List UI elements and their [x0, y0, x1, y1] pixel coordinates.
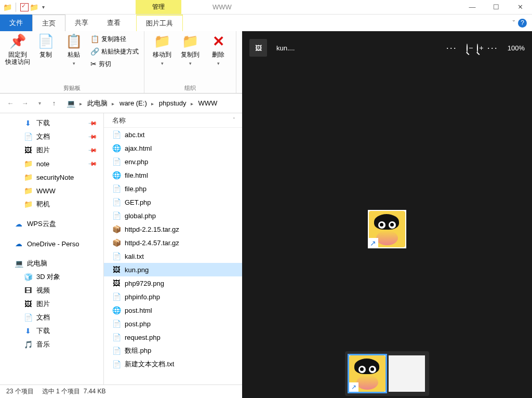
nav-note[interactable]: note📌 — [0, 157, 103, 170]
cube-icon — [24, 273, 32, 281]
zoom-level: 100% — [508, 44, 525, 52]
file-type-icon — [112, 144, 121, 152]
zoom-in-button[interactable] — [477, 44, 478, 52]
file-name: httpd-2.2.15.tar.gz — [125, 225, 179, 233]
file-row[interactable]: phpinfo.php — [104, 290, 242, 303]
tab-view[interactable]: 查看 — [98, 15, 130, 31]
file-row[interactable]: env.php — [104, 155, 242, 168]
file-row[interactable]: httpd-2.4.57.tar.gz — [104, 236, 242, 249]
nav-pictures2[interactable]: 图片 — [0, 297, 103, 311]
qat-folder-icon[interactable] — [30, 3, 38, 11]
file-row[interactable]: request.php — [104, 330, 242, 344]
nav-pictures[interactable]: 图片📌 — [0, 143, 103, 157]
nav-music[interactable]: 音乐 — [0, 338, 103, 351]
file-name: file.php — [125, 185, 147, 193]
sort-caret-icon: ˆ — [233, 117, 235, 123]
file-row[interactable]: php9729.png — [104, 276, 242, 290]
file-row[interactable]: global.php — [104, 209, 242, 222]
viewer-more-icon[interactable] — [446, 43, 457, 54]
file-row[interactable]: abc.txt — [104, 128, 242, 141]
viewer-canvas[interactable] — [242, 64, 532, 398]
nav-security-note[interactable]: securityNote — [0, 170, 103, 184]
qat-check-icon[interactable] — [20, 3, 29, 11]
file-list[interactable]: 名称ˆ abc.txtajax.htmlenv.phpfile.htmlfile… — [104, 113, 242, 384]
file-name: file.html — [125, 171, 148, 179]
copy-to-button[interactable]: 复制到 — [178, 33, 203, 64]
delete-button[interactable]: 删除 — [206, 33, 231, 64]
file-name: env.php — [125, 158, 148, 166]
nav-downloads[interactable]: 下载📌 — [0, 116, 103, 130]
column-header-name[interactable]: 名称ˆ — [104, 113, 242, 128]
photo-icon — [255, 44, 262, 52]
pin-quick-access-button[interactable]: 固定到 快速访问 — [5, 33, 30, 70]
paste-button[interactable]: 粘贴 — [61, 33, 86, 70]
breadcrumb[interactable]: 此电脑 ware (E:) phpstudy WWW — [64, 98, 219, 109]
file-row[interactable]: file.php — [104, 182, 242, 195]
file-row[interactable]: GET.php — [104, 195, 242, 209]
nav-documents[interactable]: 文档📌 — [0, 130, 103, 143]
folder-icon — [182, 33, 198, 50]
paste-shortcut-button[interactable]: 粘贴快捷方式 — [90, 46, 139, 57]
cloud-icon — [15, 220, 23, 228]
nav-downloads2[interactable]: 下载 — [0, 324, 103, 338]
folder-arrow-icon — [154, 33, 170, 50]
cut-button[interactable]: 剪切 — [90, 58, 139, 70]
nav-onedrive[interactable]: OneDrive - Perso — [0, 237, 103, 250]
nav-wps[interactable]: WPS云盘 — [0, 217, 103, 231]
viewer-maximize-button[interactable]: ☐ — [505, 3, 529, 18]
file-row[interactable]: file.html — [104, 168, 242, 182]
file-row[interactable]: ajax.html — [104, 141, 242, 155]
nav-3d-objects[interactable]: 3D 对象 — [0, 270, 103, 284]
help-icon[interactable]: ? — [518, 19, 527, 28]
copy-button[interactable]: 复制 — [33, 33, 58, 70]
music-icon — [24, 340, 32, 349]
copy-icon — [37, 33, 54, 50]
filmstrip-thumb[interactable] — [349, 355, 385, 392]
back-button[interactable]: ← — [3, 96, 18, 111]
file-row[interactable]: kali.txt — [104, 249, 242, 263]
viewer-gallery-button[interactable] — [249, 39, 267, 57]
recent-dropdown[interactable]: ▾ — [32, 96, 47, 111]
file-name: 新建文本文档.txt — [125, 360, 174, 369]
zoom-out-button[interactable] — [467, 44, 468, 52]
file-row[interactable]: post.php — [104, 317, 242, 330]
move-to-button[interactable]: 移动到 — [150, 33, 175, 64]
file-name: post.php — [125, 320, 151, 328]
file-row[interactable]: 新建文本文档.txt — [104, 357, 242, 371]
file-name: post.html — [125, 307, 152, 314]
file-row[interactable]: 数组.php — [104, 344, 242, 357]
file-row[interactable]: httpd-2.2.15.tar.gz — [104, 222, 242, 236]
file-name: ajax.html — [125, 144, 152, 152]
clipboard-icon — [90, 35, 99, 43]
nav-documents2[interactable]: 文档 — [0, 311, 103, 324]
file-row[interactable]: post.html — [104, 303, 242, 317]
up-button[interactable]: ↑ — [47, 96, 61, 111]
link-icon — [90, 47, 99, 56]
tab-home[interactable]: 主页 — [32, 15, 65, 31]
ribbon-collapse-icon[interactable]: ˇ — [513, 19, 515, 27]
nav-pane[interactable]: 下载📌 文档📌 图片📌 note📌 securityNote WWW 靶机 WP… — [0, 113, 104, 384]
viewer-overflow-icon[interactable] — [487, 43, 498, 54]
pin-icon — [9, 33, 26, 50]
viewer-title: kun.... — [276, 44, 295, 52]
qat-dropdown-icon[interactable] — [39, 3, 47, 11]
nav-videos[interactable]: 视频 — [0, 284, 103, 297]
filmstrip-thumb[interactable] — [389, 355, 425, 392]
file-name: phpinfo.php — [125, 293, 160, 301]
tab-file[interactable]: 文件 — [0, 15, 32, 31]
nav-target[interactable]: 靶机 — [0, 197, 103, 211]
file-row[interactable]: kun.png — [104, 263, 242, 276]
file-type-icon — [112, 238, 121, 247]
nav-this-pc[interactable]: 此电脑 — [0, 257, 103, 270]
copy-path-button[interactable]: 复制路径 — [90, 33, 139, 45]
tab-image-tools[interactable]: 图片工具 — [136, 15, 183, 31]
paste-icon — [65, 33, 82, 50]
filmstrip[interactable] — [345, 351, 429, 396]
tab-share[interactable]: 共享 — [65, 15, 98, 31]
nav-www[interactable]: WWW — [0, 184, 103, 197]
viewer-minimize-button[interactable]: — — [479, 3, 503, 18]
file-type-icon — [112, 333, 121, 341]
file-name: php9729.png — [125, 280, 164, 287]
forward-button[interactable]: → — [18, 96, 32, 111]
ribbon-tabs: 文件 主页 共享 查看 图片工具 ˇ ? — [0, 15, 532, 31]
